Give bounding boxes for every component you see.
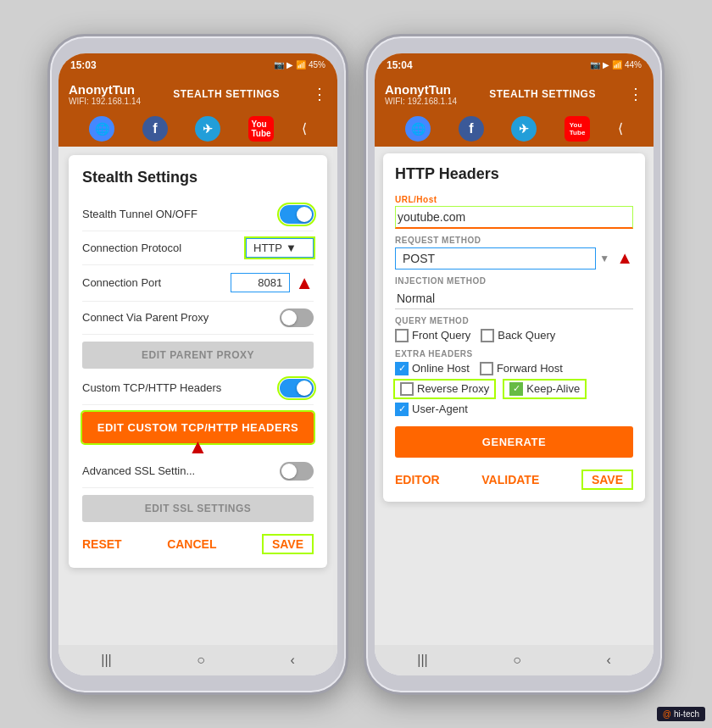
editor-button[interactable]: EDITOR bbox=[395, 473, 440, 486]
forward-host-item: Forward Host bbox=[480, 362, 563, 375]
nav-apps-icon-2[interactable]: ||| bbox=[417, 653, 427, 668]
back-query-checkbox[interactable] bbox=[481, 329, 494, 342]
keep-alive-label: Keep-Alive bbox=[526, 382, 580, 395]
app-bar-1: AnonytTun WIFI: 192.168.1.14 STEALTH SET… bbox=[58, 77, 337, 111]
app-menu-1[interactable]: ⋮ bbox=[312, 85, 327, 103]
app-name-1: AnonytTun bbox=[69, 82, 141, 97]
facebook-icon[interactable]: f bbox=[142, 116, 168, 142]
status-time-1: 15:03 bbox=[70, 59, 97, 71]
globe-icon[interactable]: 🌐 bbox=[89, 116, 114, 142]
query-method-section: QUERY METHOD Front Query Back Query bbox=[395, 316, 633, 342]
reverse-proxy-checkbox[interactable] bbox=[400, 382, 414, 396]
share-icon-2[interactable]: ⟨ bbox=[618, 120, 623, 136]
forward-host-label: Forward Host bbox=[497, 362, 563, 375]
stealth-settings-dialog: Stealth Settings Stealth Tunnel ON/OFF C… bbox=[69, 155, 327, 568]
phone-2-screen: 15:04 📷 ▶ 📶 44% AnonytTun WIFI: 192.168.… bbox=[375, 53, 654, 675]
nav-apps-icon[interactable]: ||| bbox=[101, 653, 111, 668]
url-label: URL/Host bbox=[395, 195, 633, 204]
url-input[interactable] bbox=[395, 206, 633, 229]
injection-method-section: INJECTION METHOD Normal bbox=[395, 276, 633, 309]
advanced-ssl-toggle[interactable] bbox=[280, 462, 314, 481]
edit-ssl-button[interactable]: EDIT SSL SETTINGS bbox=[82, 495, 314, 522]
parent-proxy-label: Connect Via Parent Proxy bbox=[82, 311, 209, 324]
status-bar-1: 15:03 📷 ▶ 📶 45% bbox=[58, 53, 337, 77]
extra-headers-section: EXTRA HEADERS ✓ Online Host Forward Host bbox=[395, 349, 633, 416]
connection-port-label: Connection Port bbox=[82, 276, 161, 289]
injection-method-value: Normal bbox=[395, 288, 633, 309]
app-center-1: STEALTH SETTINGS bbox=[173, 88, 280, 100]
request-method-label: REQUEST METHOD bbox=[395, 236, 633, 245]
youtube-icon[interactable]: YouTube bbox=[248, 116, 274, 142]
social-bar-1: 🌐 f ✈ YouTube ⟨ bbox=[58, 111, 337, 147]
parent-proxy-toggle[interactable] bbox=[280, 308, 314, 327]
front-query-label: Front Query bbox=[412, 329, 470, 342]
custom-headers-row: Custom TCP/HTTP Headers bbox=[82, 372, 314, 405]
connection-port-row: Connection Port 8081 ▲ bbox=[82, 265, 314, 302]
advanced-ssl-label: Advanced SSL Settin... bbox=[82, 464, 195, 477]
phone-1-screen: 15:03 📷 ▶ 📶 45% AnonytTun WIFI: 192.168.… bbox=[58, 53, 337, 675]
red-arrow-port: ▲ bbox=[295, 272, 314, 294]
dialog-title-1: Stealth Settings bbox=[82, 169, 314, 186]
phone-1: 15:03 📷 ▶ 📶 45% AnonytTun WIFI: 192.168.… bbox=[47, 34, 348, 695]
dropdown-arrow-2: ▼ bbox=[599, 253, 609, 264]
save-button-1[interactable]: SAVE bbox=[262, 534, 314, 554]
status-icons-2: 📷 ▶ 📶 44% bbox=[590, 60, 642, 69]
validate-button[interactable]: VALIDATE bbox=[481, 473, 539, 486]
content-area-2: HTTP Headers URL/Host REQUEST METHOD POS… bbox=[375, 147, 654, 645]
app-bar-2: AnonytTun WIFI: 192.168.1.14 STEALTH SET… bbox=[375, 77, 654, 111]
globe-icon-2[interactable]: 🌐 bbox=[405, 116, 431, 142]
edit-parent-proxy-button[interactable]: EDIT PARENT PROXY bbox=[82, 342, 314, 369]
url-host-section: URL/Host bbox=[395, 195, 633, 229]
save-button-2[interactable]: SAVE bbox=[581, 470, 633, 490]
status-bar-2: 15:04 📷 ▶ 📶 44% bbox=[375, 53, 654, 77]
user-agent-label: User-Agent bbox=[412, 403, 468, 415]
request-method-section: REQUEST METHOD POST ▼ ▲ bbox=[395, 236, 633, 270]
youtube-icon-2[interactable]: YouTube bbox=[565, 116, 590, 142]
telegram-icon-2[interactable]: ✈ bbox=[511, 116, 537, 142]
front-query-checkbox[interactable] bbox=[395, 329, 409, 342]
back-query-item: Back Query bbox=[481, 329, 555, 342]
user-agent-checkbox[interactable]: ✓ bbox=[395, 403, 409, 416]
content-area-1: Stealth Settings Stealth Tunnel ON/OFF C… bbox=[58, 147, 337, 645]
query-method-label: QUERY METHOD bbox=[395, 316, 633, 325]
social-bar-2: 🌐 f ✈ YouTube ⟨ bbox=[375, 111, 654, 147]
online-host-label: Online Host bbox=[412, 362, 470, 375]
generate-button[interactable]: GENERATE bbox=[395, 426, 633, 458]
nav-home-icon-2[interactable]: ○ bbox=[513, 653, 521, 668]
nav-back-icon[interactable]: ‹ bbox=[290, 653, 294, 668]
status-time-2: 15:04 bbox=[387, 59, 413, 71]
facebook-icon-2[interactable]: f bbox=[459, 116, 484, 142]
app-name-2: AnonytTun bbox=[385, 82, 457, 97]
cancel-button[interactable]: CANCEL bbox=[167, 537, 216, 551]
dialog-footer-2: EDITOR VALIDATE SAVE bbox=[395, 461, 633, 490]
protocol-value: HTTP bbox=[253, 242, 282, 254]
forward-host-checkbox[interactable] bbox=[480, 362, 493, 375]
protocol-dropdown[interactable]: HTTP ▼ bbox=[246, 238, 314, 258]
app-center-2: STEALTH SETTINGS bbox=[489, 88, 596, 100]
telegram-icon[interactable]: ✈ bbox=[195, 116, 220, 142]
extra-headers-label: EXTRA HEADERS bbox=[395, 349, 633, 358]
parent-proxy-row: Connect Via Parent Proxy bbox=[82, 302, 314, 335]
online-host-checkbox[interactable]: ✓ bbox=[395, 362, 409, 375]
nav-bar-1: ||| ○ ‹ bbox=[58, 645, 337, 675]
nav-back-icon-2[interactable]: ‹ bbox=[606, 653, 610, 668]
nav-home-icon[interactable]: ○ bbox=[197, 653, 205, 668]
request-method-dropdown[interactable]: POST bbox=[395, 247, 596, 270]
dialog-title-2: HTTP Headers bbox=[395, 165, 633, 183]
stealth-tunnel-toggle[interactable] bbox=[280, 205, 314, 224]
custom-headers-toggle[interactable] bbox=[280, 379, 314, 397]
reset-button[interactable]: RESET bbox=[82, 537, 122, 551]
app-wifi-1: WIFI: 192.168.1.14 bbox=[69, 97, 141, 106]
injection-method-label: INJECTION METHOD bbox=[395, 276, 633, 286]
reverse-proxy-item: Reverse Proxy bbox=[395, 381, 494, 397]
dialog-footer-1: RESET CANCEL SAVE bbox=[82, 525, 314, 554]
hitech-badge: @ hi-tech bbox=[657, 707, 705, 721]
http-headers-dialog: HTTP Headers URL/Host REQUEST METHOD POS… bbox=[383, 153, 645, 502]
port-input[interactable]: 8081 bbox=[231, 273, 290, 292]
keep-alive-checkbox[interactable]: ✓ bbox=[509, 382, 523, 396]
share-icon[interactable]: ⟨ bbox=[302, 120, 307, 136]
reverse-proxy-label: Reverse Proxy bbox=[417, 382, 489, 395]
app-menu-2[interactable]: ⋮ bbox=[628, 85, 643, 103]
advanced-ssl-row: Advanced SSL Settin... bbox=[82, 455, 314, 488]
user-agent-item: ✓ User-Agent bbox=[395, 403, 468, 416]
